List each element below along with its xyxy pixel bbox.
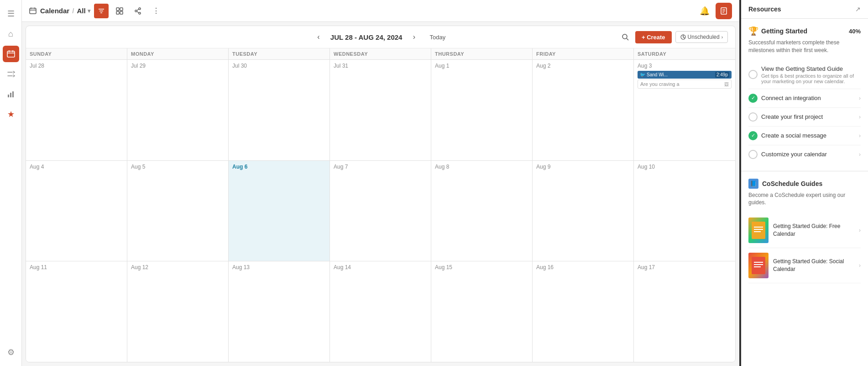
milestone-chevron-project: ›	[859, 114, 861, 120]
image-icon: 🖼	[724, 82, 729, 87]
unscheduled-button[interactable]: Unscheduled ›	[675, 31, 728, 43]
week-row-3: Aug 11 Aug 12 Aug 13 Aug 14 Aug 15 Aug 1…	[26, 261, 735, 362]
create-button[interactable]: + Create	[635, 31, 672, 43]
guides-header: 📘 CoSchedule Guides	[748, 179, 861, 189]
top-bar: Calendar / All ▾	[22, 0, 739, 22]
day-cell-aug8[interactable]: Aug 8	[431, 161, 533, 261]
svg-rect-15	[120, 8, 123, 11]
more-options-icon[interactable]: ⋮	[149, 4, 163, 18]
day-header-monday: MONDAY	[127, 48, 229, 59]
unscheduled-chevron: ›	[722, 35, 723, 40]
day-cell-aug16[interactable]: Aug 16	[533, 261, 634, 362]
milestone-connect-integration[interactable]: ✓ Connect an integration ›	[748, 89, 861, 108]
gs-header: 🏆 Getting Started 40%	[748, 26, 861, 36]
milestone-circle-view-guide	[748, 70, 758, 79]
milestone-desc-view-guide: Get tips & best practices to organize al…	[761, 73, 861, 84]
menu-icon[interactable]: ☰	[3, 5, 19, 22]
milestone-customize-calendar[interactable]: Customize your calendar ›	[748, 145, 861, 164]
calendar-icon[interactable]	[3, 46, 19, 62]
guide-thumb-social	[748, 253, 769, 278]
milestone-chevron-customize: ›	[859, 151, 861, 158]
day-cell-jul28[interactable]: Jul 28	[26, 60, 127, 160]
calendar-grid: SUNDAY MONDAY TUESDAY WEDNESDAY THURSDAY…	[26, 48, 735, 362]
guides-subtitle: Become a CoSchedule expert using our gui…	[748, 191, 861, 207]
milestone-circle-connect: ✓	[748, 94, 758, 103]
today-button[interactable]: Today	[426, 32, 449, 42]
day-cell-aug14[interactable]: Aug 14	[330, 261, 431, 362]
day-cell-aug1[interactable]: Aug 1	[431, 60, 533, 160]
day-cell-aug10[interactable]: Aug 10	[634, 161, 735, 261]
gs-subtitle: Successful marketers complete these mile…	[748, 39, 861, 54]
settings-icon[interactable]: ⚙	[3, 344, 19, 361]
milestone-circle-social: ✓	[748, 131, 758, 140]
milestone-chevron-social: ›	[859, 133, 861, 139]
milestone-first-project[interactable]: Create your first project ›	[748, 108, 861, 127]
search-icon[interactable]	[619, 31, 632, 43]
event-sandwi[interactable]: 🐦 Sand Wi... 2:49p	[638, 71, 732, 79]
day-cell-aug17[interactable]: Aug 17	[634, 261, 735, 362]
svg-line-28	[627, 38, 628, 40]
gs-title: Getting Started	[761, 27, 807, 35]
day-cell-aug4[interactable]: Aug 4	[26, 161, 127, 261]
guides-title: CoSchedule Guides	[762, 180, 822, 187]
milestone-label-connect: Connect an integration	[761, 95, 821, 101]
share-icon[interactable]	[131, 4, 145, 18]
milestone-social-message[interactable]: ✓ Create a social message ›	[748, 127, 861, 145]
day-cell-jul31[interactable]: Jul 31	[330, 60, 431, 160]
external-link-icon[interactable]: ↗	[855, 5, 861, 13]
event-time: 2:49p	[715, 72, 729, 78]
svg-rect-30	[752, 222, 765, 239]
svg-rect-34	[752, 257, 765, 274]
svg-rect-5	[10, 93, 11, 97]
day-cell-jul29[interactable]: Jul 29	[127, 60, 229, 160]
shuffle-icon[interactable]	[3, 66, 19, 82]
date-range[interactable]: JUL 28 - AUG 24, 2024	[330, 33, 403, 41]
event-preview: Are you craving a 🖼	[638, 80, 732, 89]
star-icon[interactable]: ★	[3, 106, 19, 122]
milestone-label-view-guide: View the Getting Started Guide	[761, 65, 861, 72]
gs-title-row: 🏆 Getting Started	[748, 26, 807, 36]
guide-label-social: Getting Started Guide: Social Calendar	[773, 258, 854, 273]
guide-item-social-calendar[interactable]: Getting Started Guide: Social Calendar ›	[748, 248, 861, 283]
grid-view-icon[interactable]	[112, 4, 127, 18]
milestone-label-social: Create a social message	[761, 132, 826, 139]
svg-rect-16	[116, 11, 119, 14]
calendar-nav: ‹ JUL 28 - AUG 24, 2024 › Today + Create	[26, 26, 735, 48]
calendar-container: ‹ JUL 28 - AUG 24, 2024 › Today + Create	[26, 26, 736, 362]
day-cell-aug3[interactable]: Aug 3 🐦 Sand Wi... 2:49p Are you craving…	[634, 60, 735, 160]
guide-chevron-social: ›	[859, 262, 861, 269]
guide-item-free-calendar[interactable]: Getting Started Guide: Free Calendar ›	[748, 213, 861, 248]
day-cell-aug2[interactable]: Aug 2	[533, 60, 634, 160]
svg-point-18	[139, 8, 141, 10]
day-cell-aug13[interactable]: Aug 13	[229, 261, 330, 362]
milestone-circle-project	[748, 112, 758, 122]
chart-icon[interactable]	[3, 86, 19, 102]
event-social-icon: 🐦	[640, 72, 645, 77]
day-cell-aug12[interactable]: Aug 12	[127, 261, 229, 362]
svg-rect-17	[120, 11, 123, 14]
svg-point-19	[135, 10, 137, 12]
day-cell-aug9[interactable]: Aug 9	[533, 161, 634, 261]
prev-arrow[interactable]: ‹	[312, 31, 325, 43]
svg-rect-7	[30, 8, 36, 14]
week-row-1: Jul 28 Jul 29 Jul 30 Jul 31 Aug 1 Aug 2 …	[26, 60, 735, 161]
notification-bell-icon[interactable]: 🔔	[697, 4, 712, 18]
day-cell-jul30[interactable]: Jul 30	[229, 60, 330, 160]
svg-point-27	[622, 34, 627, 39]
home-icon[interactable]: ⌂	[3, 26, 19, 42]
svg-rect-4	[8, 95, 9, 97]
guides-section: 📘 CoSchedule Guides Become a CoSchedule …	[741, 171, 868, 291]
filter-icon[interactable]	[94, 4, 109, 18]
day-cell-aug15[interactable]: Aug 15	[431, 261, 533, 362]
day-cell-aug7[interactable]: Aug 7	[330, 161, 431, 261]
milestone-view-guide[interactable]: View the Getting Started Guide Get tips …	[748, 61, 861, 89]
right-panel: Resources ↗ 🏆 Getting Started 40% Succes…	[740, 0, 868, 366]
day-cell-aug6[interactable]: Aug 6	[229, 161, 330, 261]
day-header-thursday: THURSDAY	[431, 48, 533, 59]
event-label: Sand Wi...	[647, 72, 668, 77]
svg-rect-0	[7, 51, 15, 57]
book-button[interactable]	[716, 3, 732, 19]
day-cell-aug11[interactable]: Aug 11	[26, 261, 127, 362]
next-arrow[interactable]: ›	[408, 31, 420, 43]
day-cell-aug5[interactable]: Aug 5	[127, 161, 229, 261]
